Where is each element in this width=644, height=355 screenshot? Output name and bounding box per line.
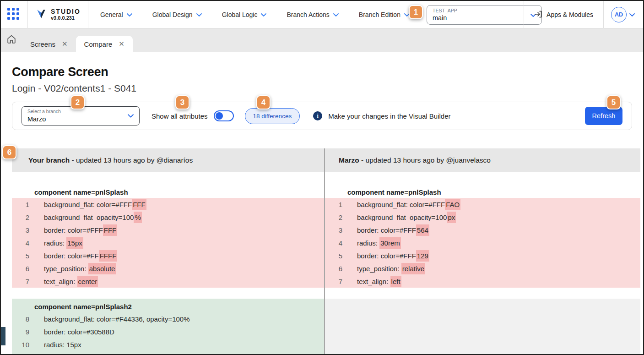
component-heading: component name=pnlSplash2 — [12, 300, 324, 312]
branch-select-label: Select a branch — [27, 109, 61, 115]
diff-row-number: 10 — [16, 341, 29, 349]
diff-row-text: border: color=#FFF129 — [357, 252, 429, 260]
show-all-attributes-toggle[interactable] — [214, 110, 234, 121]
diff-row-text: background_flat_opacity=100px — [357, 213, 456, 221]
menu-global-design[interactable]: Global Design — [152, 11, 202, 18]
chevron-down-icon — [196, 11, 202, 18]
menu-branch-edition[interactable]: Branch Edition — [359, 11, 410, 18]
diff-row-text: background_flat: color=#F44336, type=fla… — [44, 354, 173, 355]
menu-label: Branch Edition — [359, 11, 400, 18]
diff-row: 8background_flat: color=#F44336, opacity… — [12, 312, 324, 325]
top-bar: STUDIO v3.0.0.231 GeneralGlobal DesignGl… — [1, 1, 643, 28]
diff-row: 2background_flat_opacity=100% — [12, 211, 324, 224]
app-name: STUDIO — [51, 8, 81, 15]
menu-general[interactable]: General — [100, 11, 132, 18]
diff-row: 5border: color=#FFF129 — [325, 249, 640, 262]
diff-row-text: radius: 15px — [44, 341, 81, 349]
diff-highlight: 564 — [416, 224, 429, 236]
close-icon[interactable]: ✕ — [119, 40, 124, 48]
diff-row-number: 3 — [16, 226, 29, 234]
diff-highlight: 30rem — [379, 237, 401, 249]
diff-row: 4radius: 15px — [12, 236, 324, 249]
tab-screens[interactable]: Screens✕ — [22, 36, 76, 52]
avatar: AD — [611, 7, 627, 22]
tab-bar: Screens✕Compare✕ — [1, 28, 643, 52]
diff-row-number: 5 — [329, 252, 342, 260]
diff-row: 6type_position: absolute — [12, 262, 324, 275]
diff-highlight: FFF — [132, 199, 146, 210]
diff-highlight: FFF — [103, 224, 118, 236]
chevron-down-icon — [128, 112, 134, 120]
tab-label: Screens — [30, 40, 55, 48]
apps-grid-icon[interactable] — [7, 8, 21, 22]
branch-select-value: Marzo — [27, 115, 61, 123]
page-title: Compare Screen — [12, 65, 632, 79]
diff-row-text: radius: 15px — [44, 239, 83, 247]
diff-row-text: radius: 30rem — [357, 239, 401, 247]
diff-row-number: 5 — [16, 252, 29, 260]
page-subtitle: Login - V02/contents1 - S041 — [12, 83, 632, 94]
diff-row-number: 7 — [329, 278, 342, 285]
callout-badge-4: 4 — [256, 95, 271, 109]
diff-row-number: 1 — [329, 201, 342, 208]
apps-modules-button[interactable]: Apps & Modules — [524, 10, 603, 20]
divider — [88, 1, 88, 28]
diff-highlight: FFFF — [99, 250, 118, 262]
diff-section-added: component name=pnlSplash28background_fla… — [12, 299, 324, 354]
diff-row: 5border: color=#FFFFFF — [12, 249, 324, 262]
callout-badge-6: 6 — [2, 145, 16, 159]
diff-row-number: 2 — [16, 213, 29, 221]
app-logo: STUDIO v3.0.0.231 — [28, 8, 88, 22]
studio-logo-icon — [35, 8, 47, 22]
tab-label: Compare — [84, 40, 113, 48]
diff-row: 11background_flat: color=#F44336, type=f… — [12, 351, 324, 354]
diff-highlight: center — [77, 276, 98, 287]
diff-section-changed: component name=pnlSplash1background_flat… — [325, 172, 640, 288]
callout-badge-1: 1 — [409, 5, 423, 19]
tab-compare[interactable]: Compare✕ — [76, 36, 133, 52]
show-all-attributes-label: Show all attributes — [152, 112, 208, 120]
diff-row-text: background_flat: color=#FFFFAO — [357, 201, 460, 208]
diff-row-text: border: color=#30588D — [44, 328, 114, 336]
diff-highlight: left — [390, 276, 401, 287]
left-column-header: Your branch - updated 13 hours ago by @d… — [12, 148, 324, 172]
diff-rows: 1background_flat: color=#FFFFFF2backgrou… — [12, 198, 324, 288]
left-branch-name: Your branch — [28, 156, 70, 164]
empty-diff-filler — [325, 299, 640, 354]
left-branch-column: Your branch - updated 13 hours ago by @d… — [12, 148, 324, 354]
diff-highlight: relative — [401, 263, 425, 274]
diff-highlight: px — [447, 212, 456, 223]
chevron-down-icon — [333, 11, 339, 18]
right-column-header: Marzo - updated 13 hours ago by @juanvel… — [325, 148, 640, 172]
app-version: v3.0.0.231 — [51, 15, 81, 21]
diff-row: 4radius: 30rem — [325, 236, 640, 249]
diff-section-changed: component name=pnlSplash1background_flat… — [12, 172, 324, 288]
home-button[interactable] — [1, 28, 22, 52]
diff-row-text: background_flat: color=#FFFFFF — [44, 201, 146, 208]
menu-label: Global Design — [152, 11, 193, 18]
diff-row: 7text_align: center — [12, 275, 324, 288]
app-selector-value: main — [433, 14, 457, 22]
diff-row-number: 6 — [329, 265, 342, 273]
menu-label: General — [100, 11, 123, 18]
refresh-button[interactable]: Refresh — [585, 107, 622, 125]
differences-count-button[interactable]: 18 differences — [245, 108, 300, 124]
diff-row-text: text_align: left — [357, 278, 401, 285]
chevron-down-icon — [127, 11, 132, 18]
close-icon[interactable]: ✕ — [62, 40, 68, 48]
user-menu[interactable]: AD — [604, 7, 639, 22]
diff-row: 3border: color=#FFF564 — [325, 224, 640, 236]
info-icon: i — [313, 111, 322, 120]
menu-global-logic[interactable]: Global Logic — [222, 11, 267, 18]
diff-row-text: background_flat_opacity=100% — [44, 213, 142, 221]
edge-drawer-handle[interactable] — [1, 327, 5, 345]
diff-highlight: 15px — [66, 237, 83, 249]
chevron-down-icon — [629, 11, 635, 19]
diff-row-number: 8 — [16, 315, 29, 323]
diff-row-text: border: color=#FFFFFF — [44, 226, 117, 234]
diff-row: 1background_flat: color=#FFFFAO — [325, 198, 640, 211]
callout-badge-5: 5 — [606, 95, 621, 109]
menu-branch-actions[interactable]: Branch Actions — [287, 11, 338, 18]
diff-rows: 1background_flat: color=#FFFFAO2backgrou… — [325, 198, 640, 288]
right-branch-column: Marzo - updated 13 hours ago by @juanvel… — [325, 148, 640, 354]
